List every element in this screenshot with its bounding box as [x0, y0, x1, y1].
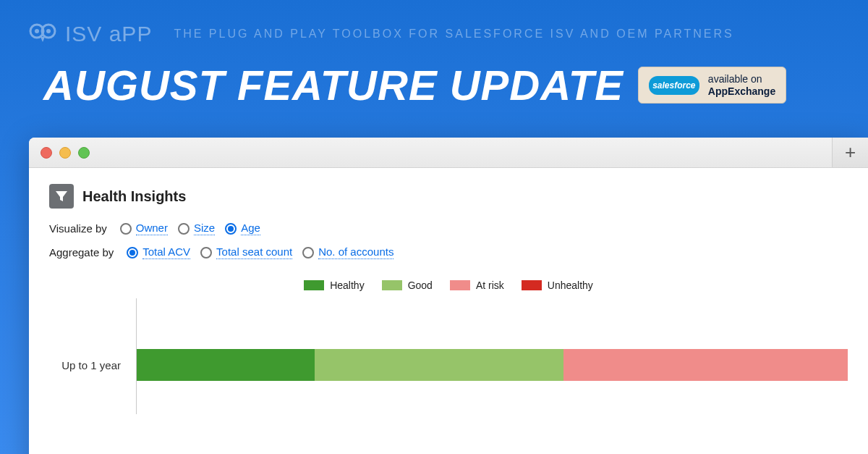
chart-area: Up to 1 year	[136, 298, 848, 414]
top-branding-bar: ISV aPP THE PLUG AND PLAY TOOLBOX FOR SA…	[0, 0, 868, 54]
logo-text: ISV aPP	[65, 22, 152, 46]
module-header: Health Insights	[49, 184, 848, 209]
option-label: Size	[194, 222, 215, 235]
legend-label: Unhealthy	[548, 279, 593, 291]
module-content: Health Insights Visualize by Owner Size …	[29, 168, 868, 430]
visualize-option-size[interactable]: Size	[178, 222, 215, 235]
owl-logo-icon	[29, 23, 58, 45]
swatch-icon	[450, 280, 470, 290]
logo: ISV aPP	[29, 22, 152, 46]
radio-icon	[302, 247, 314, 258]
legend-good: Good	[382, 279, 433, 291]
aggregate-label: Aggregate by	[49, 246, 114, 258]
y-axis-category-label: Up to 1 year	[50, 349, 129, 381]
visualize-label: Visualize by	[49, 222, 107, 235]
chart-legend: Healthy Good At risk Unhealthy	[49, 279, 848, 291]
radio-icon	[120, 223, 132, 235]
visualize-option-age[interactable]: Age	[225, 222, 260, 235]
new-tab-button[interactable]: +	[832, 138, 868, 167]
radio-icon	[225, 223, 237, 235]
appexchange-badge[interactable]: salesforce available on AppExchange	[638, 67, 786, 104]
tagline: THE PLUG AND PLAY TOOLBOX FOR SALESFORCE…	[174, 28, 733, 41]
bar-segment-healthy	[137, 349, 315, 381]
legend-unhealthy: Unhealthy	[522, 279, 593, 291]
option-label: Total seat count	[216, 245, 292, 259]
bar-segment-good	[315, 349, 563, 381]
radio-icon	[178, 223, 190, 235]
legend-at-risk: At risk	[450, 279, 504, 291]
legend-label: Healthy	[330, 279, 364, 291]
salesforce-cloud-icon: salesforce	[649, 76, 699, 95]
app-window: + Health Insights Visualize by Owner Siz…	[29, 138, 868, 454]
svg-point-2	[35, 29, 39, 33]
minimize-icon[interactable]	[59, 147, 71, 159]
option-label: Owner	[136, 222, 168, 235]
swatch-icon	[304, 280, 324, 290]
legend-label: At risk	[476, 279, 504, 291]
option-label: Age	[241, 222, 260, 235]
stacked-bar-row	[137, 349, 848, 381]
aggregate-option-total-seat-count[interactable]: Total seat count	[200, 245, 292, 259]
page-title: AUGUST FEATURE UPDATE	[43, 61, 624, 109]
radio-icon	[127, 247, 138, 258]
aggregate-option-total-acv[interactable]: Total ACV	[127, 245, 190, 259]
legend-label: Good	[408, 279, 433, 291]
traffic-lights	[41, 147, 90, 159]
option-label: No. of accounts	[318, 245, 393, 259]
visualize-by-row: Visualize by Owner Size Age	[49, 222, 848, 235]
bar-segment-at-risk	[563, 349, 848, 381]
badge-line2: AppExchange	[708, 85, 775, 98]
aggregate-option-no-of-accounts[interactable]: No. of accounts	[302, 245, 393, 259]
zoom-icon[interactable]	[78, 147, 90, 159]
close-icon[interactable]	[41, 147, 52, 159]
svg-point-3	[46, 29, 51, 33]
swatch-icon	[522, 280, 542, 290]
option-label: Total ACV	[142, 245, 190, 259]
visualize-option-owner[interactable]: Owner	[120, 222, 168, 235]
legend-healthy: Healthy	[304, 279, 364, 291]
swatch-icon	[382, 280, 402, 290]
headline-row: AUGUST FEATURE UPDATE salesforce availab…	[0, 54, 868, 124]
badge-text: available on AppExchange	[708, 73, 775, 98]
window-titlebar: +	[29, 138, 868, 168]
badge-line1: available on	[708, 73, 775, 85]
aggregate-by-row: Aggregate by Total ACV Total seat count …	[49, 245, 848, 259]
filter-icon	[49, 184, 74, 209]
module-title: Health Insights	[82, 188, 186, 205]
radio-icon	[200, 247, 212, 258]
